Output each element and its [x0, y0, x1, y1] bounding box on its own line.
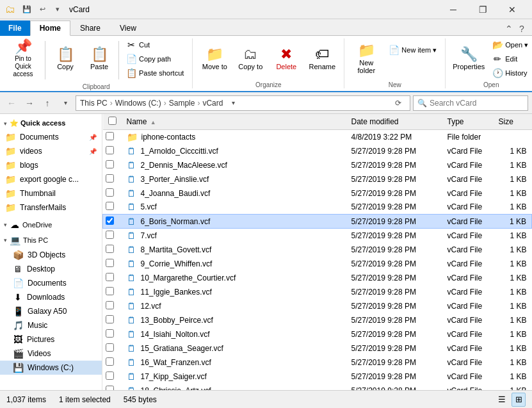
properties-button[interactable]: 🔧 Properties: [451, 38, 487, 79]
row-checkbox[interactable]: [106, 259, 114, 267]
new-folder-button[interactable]: 📁 New folder: [350, 38, 383, 79]
sidebar-item-thumbnail[interactable]: 📁 Thumbnail: [0, 186, 102, 200]
row-checkbox[interactable]: [106, 146, 114, 154]
row-checkbox[interactable]: [106, 160, 114, 168]
row-checkbox[interactable]: [106, 371, 114, 380]
header-date[interactable]: Date modified: [346, 114, 442, 130]
up-button[interactable]: ↑: [40, 95, 55, 111]
table-row[interactable]: 🗒 11_Iggie_Bankes.vcf 5/27/2019 9:28 PM …: [103, 285, 532, 299]
file-name-label[interactable]: 14_Isiahi_Nolton.vcf: [141, 330, 210, 339]
breadcrumb-vcard[interactable]: vCard: [202, 99, 223, 108]
table-row[interactable]: 🗒 14_Isiahi_Nolton.vcf 5/27/2019 9:28 PM…: [103, 327, 532, 341]
sidebar-item-music[interactable]: 🎵 Music: [0, 318, 102, 332]
copy-to-button[interactable]: 🗂 Copy to: [234, 38, 267, 79]
search-input[interactable]: [430, 99, 526, 108]
row-checkbox-cell[interactable]: [103, 257, 122, 271]
table-row[interactable]: 🗒 4_Joanna_Baudi.vcf 5/27/2019 9:28 PM v…: [103, 186, 532, 200]
file-name-label[interactable]: 9_Corrie_Whiffen.vcf: [141, 259, 213, 268]
ribbon-toggle-btn[interactable]: ⌃: [503, 22, 515, 35]
restore-button[interactable]: ❐: [468, 0, 497, 19]
row-checkbox[interactable]: [106, 188, 114, 197]
sidebar-item-galaxy[interactable]: 📱 Galaxy A50: [0, 304, 102, 318]
row-checkbox-cell[interactable]: [103, 200, 122, 215]
sidebar-item-export[interactable]: 📁 export google c...: [0, 172, 102, 186]
row-checkbox[interactable]: [106, 231, 114, 239]
row-checkbox-cell[interactable]: [103, 299, 122, 313]
row-checkbox-cell[interactable]: [103, 285, 122, 299]
large-icons-view-btn[interactable]: ⊞: [512, 393, 526, 407]
table-row[interactable]: 🗒 9_Corrie_Whiffen.vcf 5/27/2019 9:28 PM…: [103, 257, 532, 271]
sidebar-item-downloads[interactable]: ⬇ Downloads: [0, 290, 102, 304]
row-checkbox[interactable]: [106, 287, 114, 295]
help-btn[interactable]: ?: [515, 22, 528, 35]
sidebar-item-blogs[interactable]: 📁 blogs: [0, 158, 102, 172]
table-row[interactable]: 🗒 15_Gratiana_Seager.vcf 5/27/2019 9:28 …: [103, 341, 532, 355]
pin-quick-access-button[interactable]: 📌 Pin to Quick access: [5, 38, 41, 79]
sidebar-item-documents[interactable]: 📁 Documents 📌: [0, 130, 102, 144]
sidebar-item-docs[interactable]: 📄 Documents: [0, 276, 102, 290]
select-all-checkbox[interactable]: [108, 117, 117, 125]
file-name-label[interactable]: 10_Margarethe_Courtier.vcf: [141, 273, 236, 282]
row-checkbox[interactable]: [106, 174, 114, 183]
sidebar-section-onedrive[interactable]: ▾ ☁ OneDrive: [0, 217, 102, 233]
row-checkbox[interactable]: [106, 315, 114, 323]
refresh-btn[interactable]: ⟳: [391, 95, 406, 111]
tab-view[interactable]: View: [110, 20, 146, 36]
row-checkbox[interactable]: [106, 245, 114, 253]
file-name-label[interactable]: 11_Iggie_Bankes.vcf: [141, 288, 212, 297]
file-name-label[interactable]: 6_Boris_Norman.vcf: [141, 217, 211, 226]
copy-path-button[interactable]: 📄 Copy path: [123, 53, 187, 65]
sidebar-section-thispc[interactable]: ▾ 💻 This PC: [0, 233, 102, 248]
row-checkbox[interactable]: [106, 301, 114, 309]
customize-qa-btn[interactable]: ▾: [51, 3, 64, 16]
row-checkbox[interactable]: [106, 202, 114, 210]
tab-file[interactable]: File: [0, 20, 30, 36]
row-checkbox-cell[interactable]: [103, 243, 122, 257]
quick-undo-btn[interactable]: ↩: [36, 3, 49, 16]
header-size[interactable]: Size: [494, 114, 532, 130]
row-checkbox-cell[interactable]: [103, 271, 122, 285]
row-checkbox-cell[interactable]: [103, 327, 122, 341]
row-checkbox[interactable]: [106, 273, 114, 281]
row-checkbox-cell[interactable]: [103, 313, 122, 327]
file-name-label[interactable]: 3_Porter_Ainslie.vcf: [141, 175, 209, 184]
edit-button[interactable]: ✏ Edit: [489, 53, 531, 65]
breadcrumb-dropdown-btn[interactable]: ▾: [228, 98, 238, 108]
breadcrumb-this-pc[interactable]: This PC: [80, 99, 108, 108]
rename-button[interactable]: 🏷 Rename: [305, 38, 339, 79]
details-view-btn[interactable]: ☰: [495, 393, 509, 407]
file-name-label[interactable]: 4_Joanna_Baudi.vcf: [141, 189, 211, 198]
sidebar-item-desktop[interactable]: 🖥 Desktop: [0, 262, 102, 276]
file-name-label[interactable]: 1_Arnoldo_Cicccitti.vcf: [141, 147, 218, 156]
table-row[interactable]: 🗒 17_Kipp_Saiger.vcf 5/27/2019 9:28 PM v…: [103, 370, 532, 384]
row-checkbox-cell[interactable]: [103, 144, 122, 158]
table-row[interactable]: 🗒 12.vcf 5/27/2019 9:28 PM vCard File 1 …: [103, 299, 532, 313]
file-name-label[interactable]: 17_Kipp_Saiger.vcf: [141, 372, 207, 381]
row-checkbox-cell[interactable]: [103, 158, 122, 172]
row-checkbox-cell[interactable]: [103, 186, 122, 200]
sidebar-item-videos2[interactable]: 🎬 Videos: [0, 347, 102, 361]
row-checkbox[interactable]: [106, 357, 114, 366]
row-checkbox-cell[interactable]: [103, 341, 122, 355]
header-name[interactable]: Name ▲: [122, 114, 346, 130]
tab-home[interactable]: Home: [30, 20, 70, 36]
file-name-label[interactable]: 8_Martita_Govett.vcf: [141, 245, 212, 254]
header-type[interactable]: Type: [442, 114, 494, 130]
row-checkbox-cell[interactable]: [103, 215, 122, 229]
table-row[interactable]: 🗒 3_Porter_Ainslie.vcf 5/27/2019 9:28 PM…: [103, 172, 532, 186]
open-button[interactable]: 📂 Open ▾: [489, 38, 531, 51]
file-name-label[interactable]: 18_Chrissie_Artz.vcf: [141, 386, 211, 391]
row-checkbox[interactable]: [106, 132, 114, 140]
file-name-label[interactable]: 16_Wat_Franzen.vcf: [141, 358, 211, 367]
table-row[interactable]: 🗒 2_Dennis_MacAleese.vcf 5/27/2019 9:28 …: [103, 158, 532, 172]
breadcrumb-windows[interactable]: Windows (C:): [115, 99, 161, 108]
cut-button[interactable]: ✂ Cut: [123, 38, 187, 51]
table-row[interactable]: 🗒 1_Arnoldo_Cicccitti.vcf 5/27/2019 9:28…: [103, 144, 532, 158]
row-checkbox[interactable]: [106, 343, 114, 352]
close-button[interactable]: ✕: [497, 0, 527, 19]
recent-btn[interactable]: ▾: [58, 95, 73, 111]
forward-button[interactable]: →: [22, 95, 37, 111]
table-row[interactable]: 🗒 8_Martita_Govett.vcf 5/27/2019 9:28 PM…: [103, 243, 532, 257]
row-checkbox-cell[interactable]: [103, 172, 122, 186]
copy-button[interactable]: 📋 Copy: [49, 38, 81, 79]
